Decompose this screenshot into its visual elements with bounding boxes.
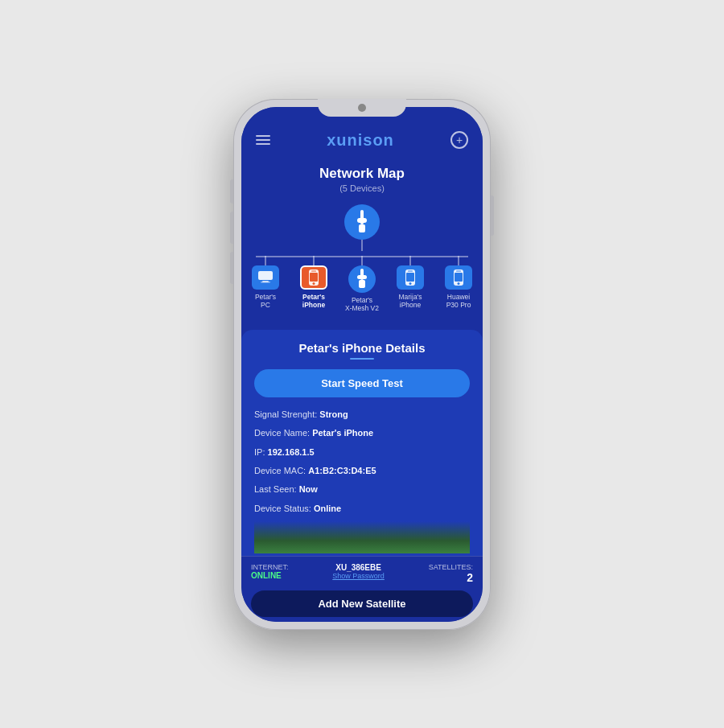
add-satellite-button[interactable]: Add New Satellite — [251, 590, 473, 617]
internet-value: ONLINE — [251, 571, 289, 580]
map-strip — [254, 521, 470, 553]
device-marija[interactable]: Marija'siPhone — [389, 256, 431, 309]
device-details-section: Petar's iPhone Details Start Speed Test … — [241, 330, 483, 556]
root-connector — [361, 240, 363, 251]
marija-label: Marija'siPhone — [398, 293, 422, 309]
network-tree: Petar'sPC — [251, 204, 473, 312]
huawei-label: HuaweiP30 Pro — [446, 293, 471, 309]
mac-value: A1:B2:C3:D4:E5 — [308, 466, 376, 475]
svg-point-12 — [313, 282, 315, 285]
xmesh-label: Petar'sX-Mesh V2 — [345, 296, 379, 312]
pc-connector — [265, 256, 266, 265]
network-map-section: Network Map (5 Devices) — [241, 158, 483, 325]
details-divider — [350, 358, 374, 360]
svg-rect-5 — [359, 224, 365, 232]
volume-down-button — [230, 252, 233, 284]
device-status-value: Online — [314, 504, 341, 513]
svg-point-23 — [458, 282, 460, 285]
svg-rect-4 — [357, 218, 367, 223]
logo-text: unison — [336, 131, 394, 149]
speed-test-button[interactable]: Start Speed Test — [254, 369, 470, 397]
satellites-status: SATELLITES: 2 — [429, 563, 473, 584]
signal-strength-row: Signal Strenght: Strong — [254, 409, 470, 421]
xmesh-icon-box — [348, 265, 376, 293]
last-seen-value: Now — [299, 484, 318, 494]
front-camera — [358, 104, 366, 112]
marija-icon-box — [397, 265, 424, 290]
last-seen-row: Last Seen: Now — [254, 483, 470, 496]
status-row: INTERNET: ONLINE XU_386EBE Show Password… — [251, 563, 473, 584]
power-button — [491, 195, 494, 236]
ssid-section: XU_386EBE Show Password — [332, 563, 385, 580]
root-router — [344, 204, 380, 251]
app-content: Network Map (5 Devices) — [241, 158, 483, 556]
svg-rect-10 — [311, 270, 316, 271]
svg-point-19 — [409, 282, 412, 285]
phone-notch — [318, 99, 406, 117]
ip-value: 192.168.1.5 — [268, 447, 315, 457]
huawei-connector — [458, 256, 459, 265]
svg-rect-15 — [359, 280, 365, 288]
add-icon[interactable]: + — [450, 131, 468, 149]
svg-rect-2 — [256, 143, 270, 145]
iphone-icon-box — [300, 265, 327, 290]
router-icon[interactable] — [344, 204, 380, 240]
device-name-row: Device Name: Petar's iPhone — [254, 427, 470, 439]
device-iphone[interactable]: Petar'siPhone — [293, 256, 335, 309]
svg-rect-11 — [310, 273, 318, 282]
svg-rect-6 — [258, 271, 273, 280]
phone-screen: xunison + Network Map (5 Devices) — [241, 107, 483, 622]
svg-rect-22 — [455, 273, 463, 282]
svg-rect-18 — [406, 273, 414, 282]
internet-label: INTERNET: — [251, 563, 289, 571]
internet-status: INTERNET: ONLINE — [251, 563, 289, 580]
devices-row: Petar'sPC — [245, 256, 479, 312]
device-name-value: Petar's iPhone — [312, 428, 373, 438]
svg-rect-17 — [408, 270, 413, 271]
xmesh-connector — [361, 256, 363, 265]
details-title: Petar's iPhone Details — [254, 341, 470, 355]
svg-rect-14 — [357, 275, 367, 279]
svg-rect-8 — [261, 282, 270, 283]
svg-rect-1 — [256, 139, 270, 141]
logo-accent: x — [327, 131, 336, 149]
pc-label: Petar'sPC — [255, 293, 276, 309]
satellites-label: SATELLITES: — [429, 563, 473, 571]
device-status-row: Device Status: Online — [254, 503, 470, 515]
device-xmesh[interactable]: Petar'sX-Mesh V2 — [341, 256, 383, 312]
ip-row: IP: 192.168.1.5 — [254, 446, 470, 459]
ssid-value: XU_386EBE — [332, 563, 385, 572]
app-logo: xunison — [327, 131, 394, 150]
svg-rect-0 — [256, 135, 270, 137]
iphone-connector — [313, 256, 315, 265]
pc-icon-box — [252, 265, 279, 290]
marija-connector — [409, 256, 411, 265]
mute-button — [230, 179, 233, 204]
network-map-title: Network Map — [251, 166, 473, 182]
volume-up-button — [230, 212, 233, 244]
menu-icon[interactable] — [256, 135, 270, 145]
bottom-bar: INTERNET: ONLINE XU_386EBE Show Password… — [241, 556, 483, 622]
device-huawei[interactable]: HuaweiP30 Pro — [438, 256, 479, 309]
devices-count: (5 Devices) — [251, 183, 473, 193]
iphone-label: Petar'siPhone — [302, 293, 325, 309]
satellites-count: 2 — [429, 571, 473, 584]
huawei-icon-box — [445, 265, 472, 290]
signal-strength-value: Strong — [319, 409, 348, 419]
device-pc[interactable]: Petar'sPC — [245, 256, 286, 309]
svg-rect-21 — [456, 270, 461, 271]
show-password-link[interactable]: Show Password — [332, 572, 385, 580]
mac-row: Device MAC: A1:B2:C3:D4:E5 — [254, 465, 470, 477]
phone-frame: xunison + Network Map (5 Devices) — [233, 99, 491, 630]
